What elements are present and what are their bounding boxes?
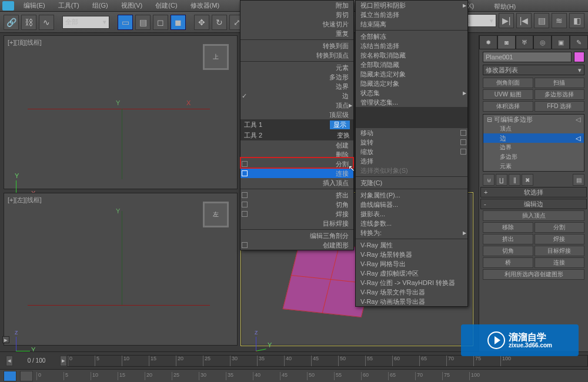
select-region-icon[interactable]: ◻ bbox=[153, 15, 168, 30]
viewport-layout-icon[interactable] bbox=[4, 371, 16, 381]
menu-group[interactable]: 组(G) bbox=[86, 0, 114, 11]
ctx-isolate[interactable]: 孤立当前选择 bbox=[356, 10, 467, 19]
btn-uvw-map[interactable]: UVW 贴图 bbox=[483, 89, 533, 100]
btn-weld[interactable]: 焊接 bbox=[534, 234, 585, 244]
menu-create[interactable]: 创建(C) bbox=[149, 0, 183, 11]
viewcube-left[interactable]: 左 bbox=[203, 202, 229, 227]
ctx-dopesheet[interactable]: 摄影表... bbox=[356, 209, 467, 219]
ctx-insert-vertex[interactable]: 插入顶点 bbox=[240, 178, 353, 187]
ctx-border[interactable]: 边界 bbox=[240, 82, 353, 91]
window-crossing-icon[interactable]: ◼ bbox=[171, 15, 186, 30]
stack-border[interactable]: 边界 bbox=[483, 143, 584, 152]
btn-poly-select[interactable]: 多边形选择 bbox=[534, 89, 585, 100]
btn-sweep[interactable]: 扫描 bbox=[534, 78, 585, 88]
ctx-create[interactable]: 创建 bbox=[240, 140, 353, 150]
ctx-repeat[interactable]: 重复 bbox=[240, 29, 353, 38]
modifier-stack[interactable]: ⊟可编辑多边形◁ 顶点 边◁ 边界 多边形 元素 bbox=[483, 114, 584, 172]
tab-motion-icon[interactable]: ◎ bbox=[533, 35, 552, 49]
ctx-unhide-all[interactable]: 全部取消隐藏 bbox=[356, 60, 467, 69]
btn-insert-vertex[interactable]: 插入顶点 bbox=[483, 210, 584, 221]
ctx-toplevel[interactable]: 顶层级 bbox=[240, 110, 353, 119]
ctx-element[interactable]: 元素 bbox=[240, 63, 353, 72]
tab-hierarchy-icon[interactable]: ♅ bbox=[516, 35, 534, 49]
ctx-hide-sel[interactable]: 隐藏选定对象 bbox=[356, 79, 467, 88]
time-ruler[interactable]: 051015202530354045505560657075100 bbox=[67, 355, 588, 367]
ctx-attach[interactable]: 附加 bbox=[240, 1, 353, 10]
ctx-connect[interactable]: 连接 bbox=[240, 169, 353, 178]
bind-icon[interactable]: ∿ bbox=[39, 15, 54, 30]
move-icon[interactable]: ✥ bbox=[194, 15, 209, 30]
prompt-icon[interactable] bbox=[20, 371, 33, 381]
object-color-swatch[interactable] bbox=[574, 52, 584, 62]
unlink-icon[interactable]: ⛓ bbox=[21, 15, 36, 30]
tab-display-icon[interactable]: ▣ bbox=[552, 35, 570, 49]
ctx-to-vertex[interactable]: 转换到顶点 bbox=[240, 51, 353, 60]
btn-connect[interactable]: 连接 bbox=[534, 257, 585, 268]
modifier-list-dropdown[interactable]: 修改器列表▾ bbox=[483, 65, 584, 75]
viewport-top[interactable]: [+][顶][线框] 上 Y X Y X bbox=[4, 35, 238, 189]
viewcube-top[interactable]: 上 bbox=[203, 44, 229, 70]
btn-extrude[interactable]: 挤出 bbox=[483, 234, 533, 244]
tab-modify-icon[interactable]: ◙ bbox=[497, 35, 516, 49]
ctx-cut[interactable]: 剪切 bbox=[240, 10, 353, 19]
ctx-extrude[interactable]: 挤出 bbox=[240, 190, 353, 200]
ctx-clone[interactable]: 克隆(C) bbox=[356, 178, 467, 187]
btn-target-weld[interactable]: 目标焊接 bbox=[534, 246, 585, 256]
align-icon[interactable]: |◀ bbox=[516, 13, 532, 28]
ctx-freeze-sel[interactable]: 冻结当前选择 bbox=[356, 41, 467, 51]
ctx-state-sets[interactable]: 状态集▶ bbox=[356, 88, 467, 98]
menu-modifiers[interactable]: 修改器(M) bbox=[185, 0, 226, 11]
btn-ffd-select[interactable]: FFD 选择 bbox=[534, 101, 585, 112]
btn-chamfer[interactable]: 切角 bbox=[483, 246, 533, 256]
ctx-vray-scene-export[interactable]: V-Ray 场景文件导出器 bbox=[356, 287, 467, 297]
menu-edit[interactable]: 编辑(E) bbox=[18, 0, 51, 11]
ctx-unfreeze-all[interactable]: 全部解冻 bbox=[356, 32, 467, 41]
rotate-icon[interactable]: ↻ bbox=[212, 15, 227, 30]
time-next-icon[interactable]: ▸ bbox=[60, 356, 67, 366]
pin-stack-icon[interactable]: ⊎ bbox=[483, 174, 495, 186]
ctx-delete[interactable]: 删除 bbox=[240, 150, 353, 159]
ctx-vray-mesh-export[interactable]: V-Ray 网格导出 bbox=[356, 259, 467, 269]
ctx-vray-anim-export[interactable]: V-Ray 动画场景导出器 bbox=[356, 297, 467, 306]
ctx-quickslice[interactable]: 快速切片 bbox=[240, 19, 353, 29]
ctx-rotate[interactable]: 旋转 bbox=[356, 138, 467, 147]
menu-help[interactable]: 帮助(H) bbox=[488, 1, 522, 12]
curve-editor-icon[interactable]: ≋ bbox=[552, 13, 567, 28]
stack-edge[interactable]: 边◁ bbox=[483, 133, 584, 143]
ctx-weld[interactable]: 焊接 bbox=[240, 209, 353, 219]
ctx-manage-state[interactable]: 管理状态集... bbox=[356, 98, 467, 107]
btn-bevel-profile[interactable]: 倒角剖面 bbox=[483, 78, 533, 88]
ctx-end-isolate[interactable]: 结束隔离 bbox=[356, 19, 467, 29]
btn-create-shape-from[interactable]: 利用所选内容创建图形 bbox=[483, 269, 584, 280]
ctx-scale[interactable]: 缩放 bbox=[356, 147, 467, 156]
ctx-vray-vfb[interactable]: V-Ray 虚拟帧缓冲区 bbox=[356, 269, 467, 278]
ctx-obj-props[interactable]: 对象属性(P)... bbox=[356, 190, 467, 200]
expand-track-icon[interactable]: ▸ bbox=[2, 336, 9, 343]
ctx-select[interactable]: 选择 bbox=[356, 156, 467, 166]
configure-icon[interactable]: ▤ bbox=[573, 174, 584, 186]
rollout-soft-select[interactable]: +软选择 bbox=[480, 187, 587, 197]
stack-editable-poly[interactable]: ⊟可编辑多边形◁ bbox=[483, 115, 584, 124]
ctx-vertex[interactable]: 顶点▶ bbox=[240, 100, 353, 110]
unique-icon[interactable]: ǁ bbox=[509, 174, 520, 186]
ctx-wire-params[interactable]: 连线参数... bbox=[356, 219, 467, 228]
layer-icon[interactable]: ▤ bbox=[534, 13, 549, 28]
stack-vertex[interactable]: 顶点 bbox=[483, 124, 584, 133]
ctx-unhide-name[interactable]: 按名称取消隐藏 bbox=[356, 51, 467, 60]
ctx-hide-unsel[interactable]: 隐藏未选定对象 bbox=[356, 69, 467, 79]
ctx-edit-tri[interactable]: 编辑三角剖分 bbox=[240, 231, 353, 240]
select-name-icon[interactable]: ▤ bbox=[135, 15, 151, 30]
ctx-chamfer[interactable]: 切角 bbox=[240, 200, 353, 209]
ctx-to-face[interactable]: 转换到面 bbox=[240, 41, 353, 51]
ctx-curve-editor[interactable]: 曲线编辑器... bbox=[356, 200, 467, 209]
ctx-vray-hdri[interactable]: V-Ray 位图 -> VRayHDRI 转换器 bbox=[356, 278, 467, 287]
show-end-icon[interactable]: ∐ bbox=[496, 174, 507, 186]
ctx-viewport-lighting[interactable]: 视口照明和阴影▶ bbox=[356, 1, 467, 10]
btn-bridge[interactable]: 桥 bbox=[483, 257, 533, 268]
ctx-polygon[interactable]: 多边形 bbox=[240, 72, 353, 82]
ctx-split[interactable]: 分割 bbox=[240, 159, 353, 169]
btn-split[interactable]: 分割 bbox=[534, 222, 585, 233]
stack-polygon[interactable]: 多边形 bbox=[483, 152, 584, 162]
time-prev-icon[interactable]: ◂ bbox=[6, 356, 13, 366]
btn-remove[interactable]: 移除 bbox=[483, 222, 533, 233]
